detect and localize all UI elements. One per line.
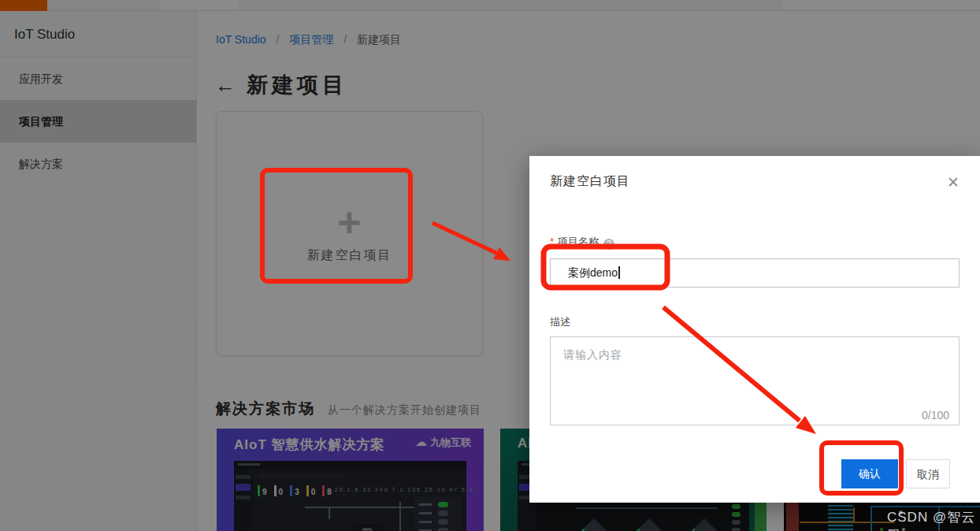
project-name-value: 案例demo: [568, 266, 618, 279]
help-icon[interactable]: ?: [603, 239, 614, 250]
project-name-label: *项目名称?: [550, 235, 614, 250]
textarea-placeholder: 请输入内容: [563, 348, 622, 362]
cancel-button[interactable]: 取消: [906, 459, 950, 488]
description-textarea[interactable]: 请输入内容 0/100: [550, 336, 960, 425]
confirm-button[interactable]: 确认: [841, 459, 898, 488]
close-icon[interactable]: ✕: [947, 175, 960, 190]
description-label: 描述: [550, 315, 570, 329]
required-asterisk: *: [550, 236, 554, 247]
char-counter: 0/100: [922, 409, 949, 421]
new-blank-project-modal: 新建空白项目 ✕ *项目名称? 案例demo 描述 请输入内容 0/100 确认…: [529, 156, 980, 503]
project-name-input[interactable]: 案例demo: [550, 258, 960, 288]
text-caret: [618, 266, 620, 279]
modal-title: 新建空白项目: [550, 173, 630, 190]
